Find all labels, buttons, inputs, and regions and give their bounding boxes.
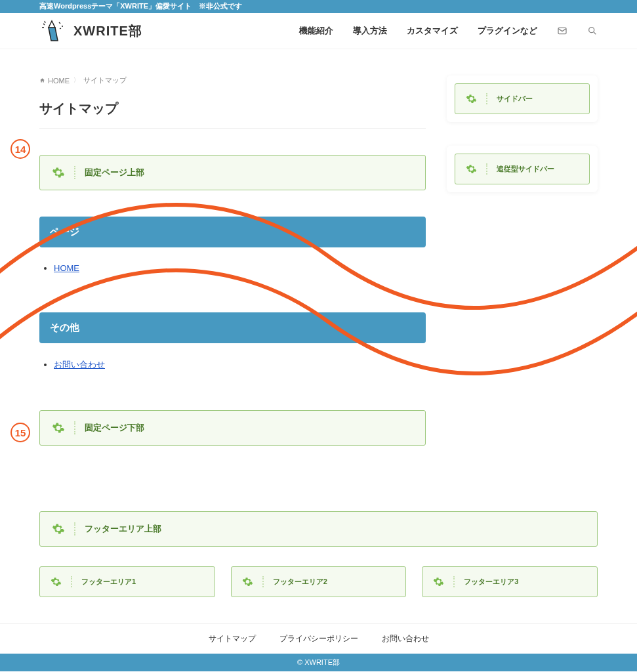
sidebar-card-sticky: 追従型サイドバー (447, 146, 598, 192)
other-link-list: お問い合わせ (39, 359, 426, 371)
sidebar: サイドバー 追従型サイドバー (447, 75, 598, 472)
breadcrumb-home[interactable]: HOME (39, 77, 70, 85)
widget-page-bottom: 固定ページ下部 (39, 410, 426, 446)
logo-icon (39, 20, 68, 42)
widget-footer-top-label: フッターエリア上部 (85, 523, 161, 535)
mail-icon[interactable] (557, 26, 567, 36)
breadcrumb: HOME 〉 サイトマップ (39, 75, 426, 85)
widget-footer-1: フッターエリア1 (39, 566, 215, 597)
gear-icon (52, 421, 65, 434)
annotation-badge-14: 14 (10, 139, 30, 159)
nav-item-features[interactable]: 機能紹介 (299, 25, 333, 37)
link-contact[interactable]: お問い合わせ (54, 360, 105, 369)
header: XWRITE部 機能紹介 導入方法 カスタマイズ プラグインなど (0, 13, 637, 49)
widget-footer3-label: フッターエリア3 (464, 577, 518, 587)
gear-icon (433, 576, 444, 587)
widget-sidebar-sticky: 追従型サイドバー (455, 154, 590, 184)
gear-icon (52, 522, 65, 536)
footer-nav-privacy[interactable]: プライバシーポリシー (279, 633, 358, 644)
logo-text: XWRITE部 (73, 22, 142, 40)
gear-icon (242, 576, 253, 587)
section-pages-heading: ページ (39, 217, 426, 247)
site-logo[interactable]: XWRITE部 (39, 20, 142, 42)
home-icon (39, 77, 45, 83)
widget-footer-top: フッターエリア上部 (39, 511, 598, 547)
pages-link-list: HOME (39, 263, 426, 273)
copyright: © XWRITE部 (0, 654, 637, 671)
main-nav: 機能紹介 導入方法 カスタマイズ プラグインなど (299, 25, 598, 37)
list-item: お問い合わせ (54, 359, 426, 371)
badge-14-label: 14 (15, 144, 26, 155)
section-other-heading: その他 (39, 312, 426, 343)
widget-sidebar-label: サイドバー (497, 94, 533, 104)
topbar: 高速Wordpressテーマ「XWRITE」偏愛サイト ※非公式です (0, 0, 637, 13)
widget-footer-3: フッターエリア3 (422, 566, 598, 597)
link-home[interactable]: HOME (54, 263, 79, 273)
footer-nav-sitemap[interactable]: サイトマップ (209, 633, 256, 644)
search-icon[interactable] (587, 26, 598, 36)
annotation-badge-15: 15 (10, 423, 30, 442)
badge-15-label: 15 (15, 427, 26, 438)
widget-footer-2: フッターエリア2 (231, 566, 407, 597)
footer-area: フッターエリア上部 フッターエリア1 フッターエリア2 フッターエリア3 (0, 492, 637, 597)
list-item: HOME (54, 263, 426, 273)
widget-page-bottom-label: 固定ページ下部 (85, 422, 144, 434)
page-title: サイトマップ (39, 100, 426, 129)
gear-icon (51, 576, 62, 587)
widget-footer1-label: フッターエリア1 (81, 577, 136, 587)
nav-item-install[interactable]: 導入方法 (353, 25, 387, 37)
gear-icon (466, 163, 477, 175)
widget-page-top: 固定ページ上部 (39, 155, 426, 190)
sidebar-card: サイドバー (447, 75, 598, 122)
nav-item-plugins[interactable]: プラグインなど (478, 25, 537, 37)
widget-footer2-label: フッターエリア2 (273, 577, 327, 587)
widget-sidebar-sticky-label: 追従型サイドバー (497, 164, 554, 174)
breadcrumb-home-label: HOME (48, 77, 70, 85)
topbar-text: 高速Wordpressテーマ「XWRITE」偏愛サイト ※非公式です (39, 2, 242, 10)
nav-item-customize[interactable]: カスタマイズ (407, 25, 458, 37)
footer-nav: サイトマップ プライバシーポリシー お問い合わせ (0, 623, 637, 654)
copyright-text: © XWRITE部 (297, 658, 340, 666)
widget-page-top-label: 固定ページ上部 (85, 167, 144, 178)
gear-icon (466, 93, 477, 104)
footer-nav-contact[interactable]: お問い合わせ (382, 633, 429, 644)
main-content: HOME 〉 サイトマップ サイトマップ 固定ページ上部 ページ HOME その… (39, 75, 426, 472)
widget-sidebar: サイドバー (455, 83, 590, 114)
gear-icon (52, 166, 65, 179)
chevron-right-icon: 〉 (73, 76, 79, 85)
breadcrumb-current: サイトマップ (83, 75, 127, 85)
svg-point-1 (589, 28, 594, 33)
